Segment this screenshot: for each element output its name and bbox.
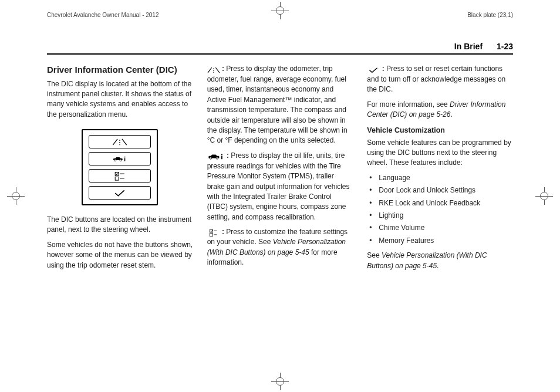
vehicle-customization-heading: Vehicle Customization — [367, 125, 513, 136]
column-2: : Press to display the odometer, trip od… — [207, 64, 353, 276]
manual-title: Chevrolet Avalanche Owner Manual - 2012 — [47, 12, 158, 18]
more-info-b: . — [450, 110, 452, 119]
svg-rect-11 — [221, 156, 222, 159]
page-number: 1-23 — [497, 42, 513, 51]
svg-rect-5 — [116, 177, 119, 180]
checkmark-icon — [112, 188, 127, 198]
checkmark-icon — [367, 66, 380, 75]
trip-road-icon — [207, 66, 220, 75]
more-info-p: For more information, see Driver Informa… — [367, 100, 513, 120]
see-link: Vehicle Personalization (With DIC Button… — [367, 251, 487, 269]
checklist-icon — [112, 171, 127, 181]
car-info-icon — [207, 153, 225, 161]
dic-heading: Driver Information Center (DIC) — [47, 64, 193, 76]
section-name: In Brief — [454, 42, 483, 51]
checklist-icon — [207, 229, 220, 237]
trip-road-icon — [112, 137, 127, 147]
customization-list: Language Door Lock and Unlock Settings R… — [367, 173, 513, 246]
set-button-text: Press to set or reset certain functions … — [367, 65, 505, 93]
dic-customize-button — [89, 169, 151, 183]
list-item: Chime Volume — [367, 223, 513, 233]
see-b: . — [437, 262, 438, 270]
dic-intro-2: The DIC buttons are located on the instr… — [47, 215, 193, 235]
column-1: Driver Information Center (DIC) The DIC … — [47, 64, 193, 276]
dic-trip-button — [89, 135, 151, 148]
see-a: See — [367, 251, 382, 259]
dic-buttons-diagram — [82, 129, 158, 205]
list-item: Memory Features — [367, 236, 513, 246]
svg-point-8 — [210, 157, 212, 159]
crop-mark-left — [7, 187, 25, 205]
svg-rect-3 — [124, 158, 126, 161]
trip-button-desc: : Press to display the odometer, trip od… — [207, 64, 353, 146]
vehicle-info-button-desc: : Press to display the oil life, units, … — [207, 151, 353, 222]
svg-rect-13 — [210, 234, 212, 236]
column-3: : Press to set or reset certain function… — [367, 64, 513, 276]
list-item: Door Lock and Unlock Settings — [367, 185, 513, 195]
list-item: Lighting — [367, 211, 513, 221]
crop-mark-right — [535, 187, 553, 205]
dic-intro-3: Some vehicles do not have the buttons sh… — [47, 240, 193, 271]
svg-rect-4 — [116, 172, 119, 175]
vehicle-info-text: Press to display the oil life, units, ti… — [207, 151, 350, 221]
crop-mark-top — [271, 2, 289, 19]
customize-button-desc: : Press to customize the feature setting… — [207, 227, 353, 268]
list-item: Language — [367, 173, 513, 183]
see-personalization: See Vehicle Personalization (With DIC Bu… — [367, 251, 513, 271]
svg-point-1 — [120, 159, 122, 161]
crop-mark-bottom — [271, 373, 289, 390]
dic-intro-1: The DIC display is located at the bottom… — [47, 79, 193, 120]
svg-rect-2 — [124, 156, 126, 157]
trip-button-text: Press to display the odometer, trip odom… — [207, 65, 348, 144]
svg-rect-10 — [221, 154, 222, 155]
vehicle-customization-intro: Some vehicle features can be programmed … — [367, 138, 513, 168]
svg-point-0 — [114, 159, 116, 161]
list-item: RKE Lock and Unlock Feedback — [367, 198, 513, 208]
section-header: In Brief 1-23 — [47, 42, 513, 55]
svg-rect-12 — [210, 229, 212, 232]
dic-set-button — [89, 186, 151, 200]
car-info-icon — [112, 154, 127, 164]
dic-vehicle-info-button — [89, 152, 151, 165]
more-info-a: For more information, see — [367, 100, 450, 109]
svg-point-9 — [216, 157, 218, 159]
set-button-desc: : Press to set or reset certain function… — [367, 64, 513, 95]
plate-label: Black plate (23,1) — [467, 12, 513, 18]
